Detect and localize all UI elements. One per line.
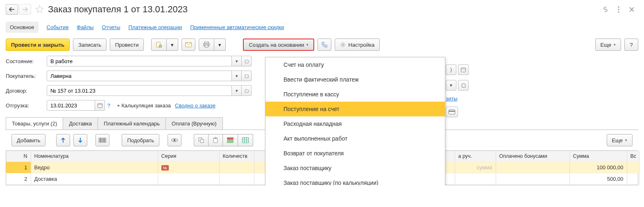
buyer-open[interactable]: ▢ [242,71,252,81]
post-and-close-label: Провести и закрыть [11,42,64,48]
col-vs[interactable]: Вс [627,151,639,162]
pick-label: Подобрать [127,137,154,143]
svg-point-0 [618,6,619,7]
add-row-label: Добавить [17,137,40,143]
col-series[interactable]: Серия [158,151,219,162]
ship-help[interactable]: ? [107,102,110,109]
cell-manual[interactable]: сумма [455,162,496,173]
subtab-delivery[interactable]: Доставка [63,117,98,130]
state-open[interactable]: ▢ [242,56,252,66]
col-item[interactable]: Номенклатура [31,151,158,162]
barcode-button[interactable] [95,134,109,146]
ship-date-picker[interactable] [95,100,105,111]
kebab-menu-icon[interactable] [615,5,623,14]
help-button[interactable]: ? [624,39,638,51]
ship-date-field[interactable] [47,100,95,111]
subtab-paycal[interactable]: Платежный календарь [98,117,166,130]
move-down-button[interactable] [73,134,87,146]
document-plus-icon [156,41,162,48]
paste-button[interactable] [209,134,223,146]
tab-events[interactable]: События [47,24,69,30]
more-label: Еще [601,42,611,48]
menu-item-bank-in[interactable]: Поступление на счет [265,102,445,116]
menu-item-cash-in[interactable]: Поступление в кассу [265,87,445,102]
tab-discounts[interactable]: Примененные автоматические скидки [190,24,284,30]
cell-n: 1 [6,162,31,173]
link-icon[interactable] [601,5,610,14]
subtab-manualpay[interactable]: Оплата (Вручную) [166,117,222,130]
tab-payments[interactable]: Платежные операции [129,24,182,30]
svg-point-11 [342,44,344,45]
attach-button[interactable] [151,39,167,51]
print-dropdown[interactable]: ▾ [214,39,226,51]
calendar-icon [98,103,102,108]
contract-open[interactable]: ▢ [242,85,252,96]
menu-item-act[interactable]: Акт выполненных работ [265,131,445,146]
create-based-dropdown: Счет на оплату Ввести фактический платеж… [265,57,445,185]
nav-back-button[interactable] [6,4,18,15]
email-button[interactable] [181,39,195,51]
col-sum[interactable]: Сумма [569,151,627,162]
save-button[interactable]: Записать [73,39,107,51]
create-based-button[interactable]: Создать на основании ▾ [243,39,314,51]
hidden-open2[interactable]: ▢ [458,80,469,91]
menu-item-actual-payment[interactable]: Ввести фактический платеж [265,72,445,87]
svg-rect-13 [461,68,466,72]
fill-button[interactable] [223,134,238,146]
cell-item[interactable]: Доставка [31,173,158,185]
calc-link[interactable]: + Калькуляция заказа [117,102,171,109]
hidden-card[interactable] [446,107,458,117]
col-n[interactable]: N [6,151,31,162]
cell-item[interactable]: Ведро [31,162,158,173]
svg-rect-8 [205,45,208,47]
cell-sum: 500,00 [569,173,627,185]
gear-icon [340,42,346,48]
hidden-drop2[interactable]: ▾ [446,80,456,91]
menu-item-return[interactable]: Возврат от покупателя [265,146,445,161]
print-button[interactable] [199,39,214,51]
cell-series[interactable]: № [158,162,219,173]
state-label: Состояние: [6,58,47,64]
favorite-star-icon[interactable]: ☆ [34,2,45,16]
spreadsheet-button[interactable] [238,134,253,146]
col-qty[interactable]: Количеств [219,151,254,162]
hidden-cal1[interactable] [458,64,469,75]
state-field[interactable] [47,56,232,66]
copy-icon [198,137,204,143]
svg-rect-9 [322,42,324,44]
subtoolbar-more-button[interactable]: Еще▾ [607,134,633,146]
post-and-close-button[interactable]: Провести и закрыть [6,39,70,51]
page-title: Заказ покупателя 1 от 13.01.2023 [48,4,188,15]
tab-main[interactable]: Основное [6,22,39,33]
menu-item-supplier-order-calc[interactable]: Заказ поставщику (по калькуляции) [265,175,445,185]
copy-button[interactable] [194,134,209,146]
structure-button[interactable] [317,39,331,51]
col-bonus[interactable]: Оплачено бонусами [496,151,569,162]
menu-item-shipment[interactable]: Расходная накладная [265,116,445,131]
buyer-field[interactable] [47,71,232,81]
tab-reports[interactable]: Отчеты [102,24,120,30]
close-icon[interactable] [628,5,636,14]
spreadsheet-icon [242,137,249,143]
attach-dropdown[interactable]: ▾ [167,39,178,51]
svg-rect-14 [449,110,455,114]
add-row-button[interactable]: Добавить [11,134,45,146]
view-button[interactable] [168,134,181,146]
menu-item-invoice[interactable]: Счет на оплату [265,57,445,72]
pick-button[interactable]: Подобрать [122,134,159,146]
hidden-field1-part[interactable]: ) [446,64,456,75]
col-manual[interactable]: а руч. [455,151,496,162]
buyer-dropdown[interactable]: ▾ [232,71,242,81]
post-button[interactable]: Провести [110,39,144,51]
contract-dropdown[interactable]: ▾ [232,85,242,96]
move-up-button[interactable] [56,134,70,146]
more-button[interactable]: Еще▾ [595,39,621,51]
subtab-goods[interactable]: Товары, услуги (2) [6,117,63,130]
tab-files[interactable]: Файлы [77,24,93,30]
summary-link[interactable]: Сводно о заказе [175,102,215,109]
settings-button[interactable]: Настройка [335,39,380,51]
props-link[interactable]: зиты [446,96,458,102]
menu-item-supplier-order[interactable]: Заказ поставщику [265,161,445,175]
state-dropdown[interactable]: ▾ [232,56,242,66]
contract-field[interactable] [47,85,232,96]
